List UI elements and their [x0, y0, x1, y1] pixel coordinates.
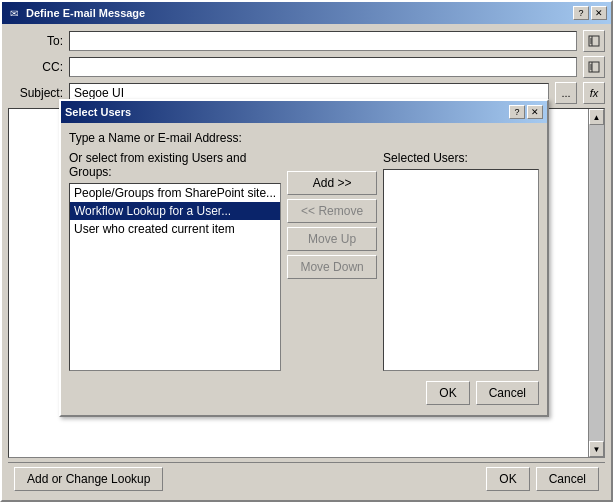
- outer-titlebar: ✉ Define E-mail Message ? ✕: [2, 2, 611, 24]
- scroll-track[interactable]: [589, 125, 604, 441]
- move-up-button[interactable]: Move Up: [287, 227, 377, 251]
- dialog-title: Select Users: [65, 106, 509, 118]
- address-book-icon: [588, 35, 600, 47]
- outer-help-button[interactable]: ?: [573, 6, 589, 20]
- cc-row: CC:: [8, 56, 605, 78]
- dialog-close-button[interactable]: ✕: [527, 105, 543, 119]
- dialog-cancel-button[interactable]: Cancel: [476, 381, 539, 405]
- selected-users-listbox[interactable]: [383, 169, 539, 371]
- body-scrollbar[interactable]: ▲ ▼: [588, 109, 604, 457]
- subject-label: Subject:: [8, 86, 63, 100]
- cc-label: CC:: [8, 60, 63, 74]
- to-input[interactable]: [69, 31, 577, 51]
- select-users-dialog: Select Users ? ✕ Type a Name or E-mail A…: [59, 99, 549, 417]
- subject-fx-button[interactable]: fx: [583, 82, 605, 104]
- to-browse-button[interactable]: [583, 30, 605, 52]
- ok-button[interactable]: OK: [486, 467, 529, 491]
- select-area: Or select from existing Users and Groups…: [69, 151, 539, 371]
- right-panel: Selected Users:: [383, 151, 539, 371]
- dialog-titlebar: Select Users ? ✕: [61, 101, 547, 123]
- to-label: To:: [8, 34, 63, 48]
- outer-content: To: CC:: [2, 24, 611, 500]
- bottom-bar: Add or Change Lookup OK Cancel: [8, 462, 605, 494]
- add-button[interactable]: Add >>: [287, 171, 377, 195]
- list-item[interactable]: People/Groups from SharePoint site...: [70, 184, 280, 202]
- to-row: To:: [8, 30, 605, 52]
- users-groups-listbox[interactable]: People/Groups from SharePoint site... Wo…: [69, 183, 281, 371]
- dialog-bottom-buttons: OK Cancel: [69, 377, 539, 407]
- subject-text: Segoe UI: [70, 86, 548, 100]
- body-area: ▲ ▼ Select Users ? ✕ Type: [8, 108, 605, 458]
- list-item[interactable]: Workflow Lookup for a User...: [70, 202, 280, 220]
- subject-ellipsis-button[interactable]: ...: [555, 82, 577, 104]
- cc-browse-button[interactable]: [583, 56, 605, 78]
- left-panel: Or select from existing Users and Groups…: [69, 151, 281, 371]
- list-item[interactable]: User who created current item: [70, 220, 280, 238]
- add-change-lookup-button[interactable]: Add or Change Lookup: [14, 467, 163, 491]
- cancel-button[interactable]: Cancel: [536, 467, 599, 491]
- move-down-button[interactable]: Move Down: [287, 255, 377, 279]
- outer-close-button[interactable]: ✕: [591, 6, 607, 20]
- email-icon: ✉: [6, 5, 22, 21]
- selected-users-label: Selected Users:: [383, 151, 539, 165]
- action-buttons-panel: Add >> << Remove Move Up Move Down: [287, 151, 377, 371]
- dialog-titlebar-buttons: ? ✕: [509, 105, 543, 119]
- scroll-up-arrow[interactable]: ▲: [589, 109, 604, 125]
- cc-input[interactable]: [69, 57, 577, 77]
- dialog-help-button[interactable]: ?: [509, 105, 525, 119]
- dialog-content: Type a Name or E-mail Address: Or select…: [61, 123, 547, 415]
- scroll-down-arrow[interactable]: ▼: [589, 441, 604, 457]
- outer-titlebar-buttons: ? ✕: [573, 6, 607, 20]
- type-name-label: Type a Name or E-mail Address:: [69, 131, 242, 145]
- type-name-row: Type a Name or E-mail Address:: [69, 131, 539, 145]
- dialog-ok-button[interactable]: OK: [426, 381, 469, 405]
- address-book-icon2: [588, 61, 600, 73]
- or-select-label: Or select from existing Users and Groups…: [69, 151, 281, 179]
- remove-button[interactable]: << Remove: [287, 199, 377, 223]
- outer-window-title: Define E-mail Message: [26, 7, 573, 19]
- outer-window: ✉ Define E-mail Message ? ✕ To:: [0, 0, 613, 502]
